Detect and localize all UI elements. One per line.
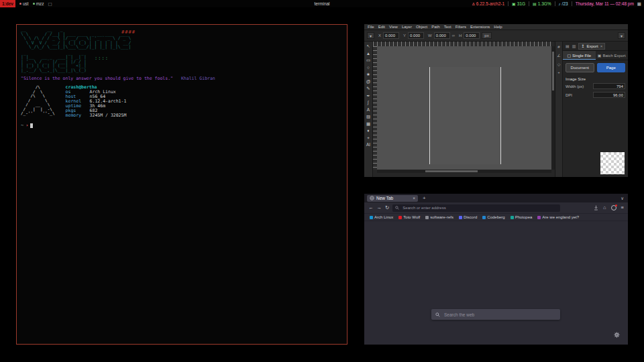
selection-mode-dropdown[interactable]: ▾ [367,32,374,39]
reload-button[interactable]: ↻ [385,205,389,210]
list-tabs-chevron-icon[interactable]: ∨ [621,196,624,201]
dock-icon-1[interactable]: ▤ [566,44,570,48]
bookmarks-bar: Arch Linux Toto Wolf software-refs Disco… [364,214,628,221]
workspace-tag-2[interactable]: mzz [33,1,44,6]
prompt-arrow-icon: › [25,123,28,128]
workspace-tag-1[interactable]: ust [19,1,29,6]
ai-tool-icon[interactable]: AI [366,142,370,147]
bookmark-are-we-england-yet[interactable]: Are we england yet? [537,215,579,219]
workspace-list: 1:dev ust mzz ▢ [0,0,52,7]
quote-author: Khalil Gibran [181,76,215,81]
url-bar[interactable] [392,204,560,212]
pencil-tool-icon[interactable]: ✎ [366,86,370,90]
ascii-banner-welcome: __ __ _ \ \ / /__| | ___ ___ _ __ ___ __… [21,27,343,50]
browser-window[interactable]: New Tab × + ∨ ← → ↻ ⌂ ≡ Arch Linux Toto … [364,194,628,345]
inkscape-window[interactable]: File Edit View Layer Object Path Text Fi… [364,24,628,177]
pen-tool-icon[interactable]: ✒ [366,93,370,98]
zoom-tool-icon[interactable]: ⌖ [367,135,370,140]
menu-extensions[interactable]: Extensions [470,25,490,29]
snap-icon-2[interactable]: ∠ [557,53,560,58]
width-input[interactable] [593,83,625,89]
volume-text: /23 [562,1,568,6]
shell-prompt[interactable]: ~ › [21,123,343,128]
menu-layer[interactable]: Layer [402,25,412,29]
horizontal-ruler [373,42,551,46]
volume-status[interactable]: ♪/23 [559,1,568,6]
dock-header: ▤ ▥ ↥ Export × [563,42,628,51]
bookmark-photopea[interactable]: Photopea [511,215,533,219]
menu-file[interactable]: File [368,25,374,29]
scrollbar-thumb[interactable] [552,52,554,90]
menu-help[interactable]: Help [494,25,502,29]
browser-tab-new-tab[interactable]: New Tab × [367,195,418,202]
bookmark-toto-wolf[interactable]: Toto Wolf [398,215,420,219]
w-field[interactable]: 0.000 [434,32,450,39]
mesh-tool-icon[interactable]: ▦ [366,121,370,126]
menu-text[interactable]: Text [444,25,451,29]
menu-hamburger-icon[interactable]: ≡ [621,205,624,210]
tray-icon[interactable]: ▦ [637,1,641,7]
arch-logo-ascii: /\ / \ /\ \ / \ / __ \ / | | -\ /_-'' ''… [21,85,55,118]
y-field[interactable]: 0.000 [408,32,424,39]
bookmark-arch-linux[interactable]: Arch Linux [370,215,393,219]
w-field-label: W [428,34,432,38]
bookmark-codeberg[interactable]: Codeberg [482,215,504,219]
page-button[interactable]: Page [597,63,626,72]
single-file-tab[interactable]: ▢ Single File [563,51,596,60]
scrollbar-thumb[interactable] [425,170,478,172]
menu-edit[interactable]: Edit [378,25,385,29]
toolbar-extra-dropdown[interactable]: ▾ [618,32,625,39]
menu-path[interactable]: Path [431,25,439,29]
back-button[interactable]: ← [368,205,374,210]
spiral-tool-icon[interactable]: @ [366,79,371,84]
menu-filters[interactable]: Filters [455,25,466,29]
h-field[interactable]: 0.000 [464,32,480,39]
menu-view[interactable]: View [389,25,398,29]
export-dialog-tab[interactable]: ↥ Export × [578,43,605,50]
canvas-horizontal-scrollbar[interactable] [377,170,551,173]
date-text: Thursday, Mar 11 — 02:48 pm [576,1,634,6]
terminal-window[interactable]: __ __ _ \ \ / /__| | ___ ___ _ __ ___ __… [16,24,347,345]
nav-right-icons: ⌂ ≡ [594,205,624,210]
dock-icon-2[interactable]: ▥ [572,44,576,48]
forward-button[interactable]: → [377,205,382,210]
node-tool-icon[interactable]: ▲ [366,51,370,56]
star-tool-icon[interactable]: ★ [366,72,370,76]
rectangle-tool-icon[interactable]: ▭ [366,58,370,62]
snap-icon-3[interactable]: ◇ [557,62,561,66]
downloads-icon[interactable] [594,205,598,210]
document-button[interactable]: Document [566,63,594,72]
batch-export-tab[interactable]: ▣ Batch Export [596,51,629,60]
lock-ratio-icon[interactable]: ∞ [452,34,455,38]
close-tab-icon[interactable]: × [413,196,415,200]
dropper-tool-icon[interactable]: ♦ [367,128,369,133]
url-input[interactable] [401,205,557,210]
canvas[interactable] [377,46,551,170]
selector-tool-icon[interactable]: ↖ [366,44,370,48]
snap-icon-1[interactable]: # [557,45,559,49]
gradient-tool-icon[interactable]: ▨ [366,114,370,119]
unit-dropdown[interactable]: px [482,32,491,39]
web-search-box[interactable] [431,309,560,320]
dpi-input[interactable] [593,92,625,98]
home-icon[interactable]: ⌂ [603,205,606,210]
calligraphy-tool-icon[interactable]: ∫ [368,100,369,105]
workspace-indicator-active[interactable]: 1:dev [0,0,15,7]
ellipse-tool-icon[interactable]: ○ [367,65,370,70]
layout-mode-icon[interactable]: ▢ [48,1,52,7]
snap-icon-4[interactable]: + [557,70,560,74]
navigation-bar: ← → ↻ ⌂ ≡ [364,202,628,214]
x-field[interactable]: 0.000 [383,32,399,39]
close-icon[interactable]: × [600,44,603,48]
export-tab-label: Export [586,44,598,48]
bookmark-discord[interactable]: Discord [459,215,477,219]
bookmark-software-refs[interactable]: software-refs [425,215,453,219]
export-preview-checkerboard [600,152,625,174]
web-search-input[interactable] [443,312,556,318]
text-tool-icon[interactable]: A [367,107,370,112]
account-icon-with-badge[interactable] [611,205,616,210]
personalize-gear-icon[interactable] [614,332,620,338]
terminal-content: __ __ _ \ \ / /__| | ___ ___ _ __ ___ __… [17,25,347,344]
new-tab-button[interactable]: + [423,196,426,201]
menu-object[interactable]: Object [416,25,427,29]
